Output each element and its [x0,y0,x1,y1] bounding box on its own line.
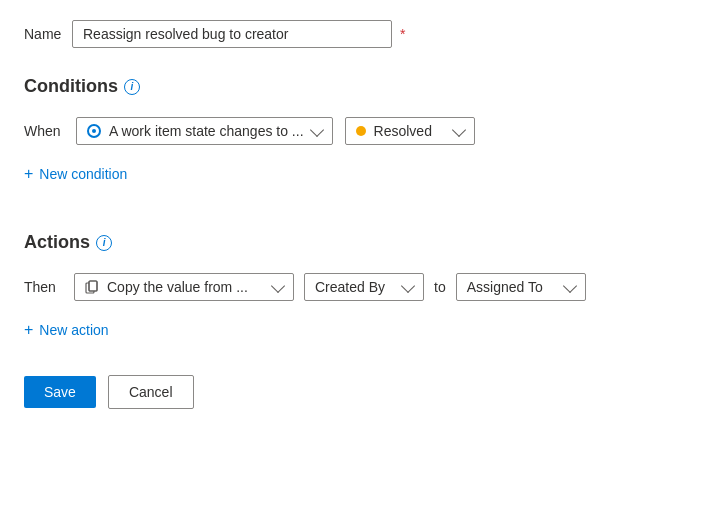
section-divider [24,211,682,212]
resolved-dropdown[interactable]: Resolved [345,117,475,145]
actions-info-icon[interactable]: i [96,235,112,251]
created-by-chevron [401,278,415,292]
resolved-text: Resolved [374,123,446,139]
name-input[interactable] [72,20,392,48]
action-type-dropdown[interactable]: Copy the value from ... [74,273,294,301]
actions-title: Actions [24,232,90,253]
new-condition-label: New condition [39,166,127,182]
condition-row: When A work item state changes to ... Re… [24,117,682,145]
condition-type-text: A work item state changes to ... [109,123,304,139]
name-row: Name * [24,20,682,48]
new-condition-row[interactable]: + New condition [24,161,682,187]
assigned-to-dropdown[interactable]: Assigned To [456,273,586,301]
conditions-section: Conditions i When A work item state chan… [24,76,682,187]
new-condition-plus-icon: + [24,165,33,183]
cancel-button[interactable]: Cancel [108,375,194,409]
actions-section: Actions i Then Copy the value from ... C… [24,232,682,343]
new-action-row[interactable]: + New action [24,317,682,343]
action-type-chevron [271,278,285,292]
condition-type-chevron [309,122,323,136]
state-changes-icon [87,124,101,138]
condition-type-dropdown[interactable]: A work item state changes to ... [76,117,333,145]
then-label: Then [24,279,64,295]
assigned-to-text: Assigned To [467,279,557,295]
conditions-info-icon[interactable]: i [124,79,140,95]
svg-rect-1 [89,281,97,291]
created-by-text: Created By [315,279,395,295]
resolved-chevron [451,122,465,136]
when-label: When [24,123,64,139]
created-by-dropdown[interactable]: Created By [304,273,424,301]
to-label: to [434,279,446,295]
conditions-header: Conditions i [24,76,682,97]
required-indicator: * [400,26,405,42]
name-label: Name [24,26,64,42]
action-type-text: Copy the value from ... [107,279,265,295]
action-row: Then Copy the value from ... Created By … [24,273,682,301]
copy-icon [85,280,99,294]
actions-header: Actions i [24,232,682,253]
save-button[interactable]: Save [24,376,96,408]
button-row: Save Cancel [24,375,682,409]
resolved-dot-icon [356,126,366,136]
new-action-label: New action [39,322,108,338]
conditions-title: Conditions [24,76,118,97]
new-action-plus-icon: + [24,321,33,339]
assigned-to-chevron [563,278,577,292]
